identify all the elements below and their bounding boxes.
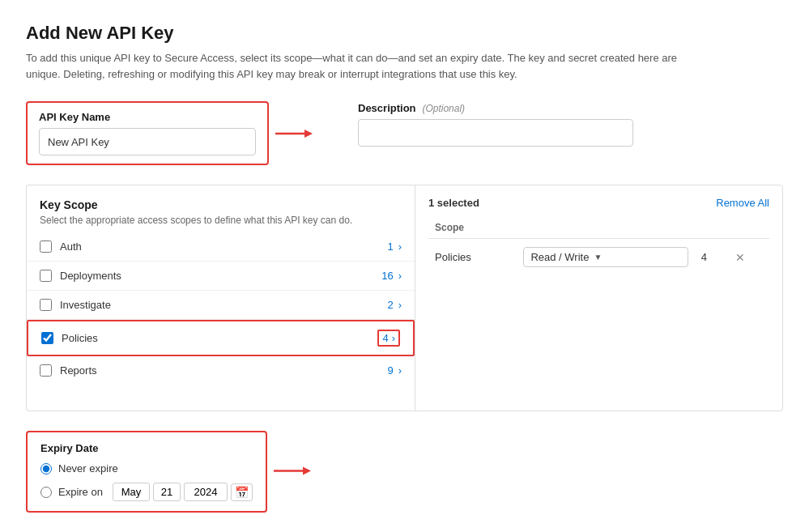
remove-all-link[interactable]: Remove All — [716, 197, 769, 209]
expiry-title: Expiry Date — [40, 442, 253, 454]
date-inputs: 📅 — [113, 483, 253, 501]
scope-count-reports: 9 — [387, 364, 393, 377]
policies-count-box: 4 › — [377, 330, 400, 347]
expiry-never-option[interactable]: Never expire — [40, 462, 253, 475]
date-month-input[interactable] — [113, 483, 150, 501]
expiry-arrow — [274, 463, 311, 480]
api-key-name-label: API Key Name — [39, 111, 256, 123]
selected-table: Scope Policies Read / Write ▼ — [428, 217, 769, 275]
calendar-icon[interactable]: 📅 — [231, 483, 253, 501]
scope-item-policies[interactable]: Policies 4 › — [27, 320, 415, 356]
selected-col-actions — [729, 217, 769, 239]
remove-row-button[interactable]: ✕ — [735, 251, 745, 264]
scope-title: Key Scope — [40, 198, 402, 211]
scope-chevron-deployments[interactable]: › — [398, 270, 402, 282]
svg-marker-1 — [304, 130, 313, 138]
page-description: To add this unique API key to Secure Acc… — [26, 50, 690, 82]
api-key-arrow — [275, 126, 313, 141]
date-day-input[interactable] — [153, 483, 181, 501]
scope-checkbox-investigate[interactable] — [40, 299, 52, 311]
scope-item-investigate[interactable]: Investigate 2 › — [27, 291, 415, 320]
scope-item-deployments[interactable]: Deployments 16 › — [27, 262, 415, 291]
scope-chevron-policies[interactable]: › — [392, 332, 395, 344]
scope-checkbox-policies[interactable] — [41, 332, 53, 344]
scope-item-reports[interactable]: Reports 9 › — [27, 356, 415, 385]
scope-chevron-auth[interactable]: › — [398, 240, 402, 253]
scope-name-auth: Auth — [60, 240, 387, 253]
permission-dropdown[interactable]: Read / Write ▼ — [523, 247, 688, 267]
expiry-date-option[interactable]: Expire on 📅 — [40, 483, 253, 501]
scope-subtitle: Select the appropriate access scopes to … — [40, 215, 402, 226]
optional-label: (Optional) — [422, 103, 465, 114]
scope-name-policies: Policies — [62, 332, 377, 344]
scope-checkbox-deployments[interactable] — [40, 270, 52, 282]
selected-row-policies: Policies Read / Write ▼ 4 ✕ — [428, 239, 769, 276]
chevron-down-icon: ▼ — [594, 253, 602, 262]
scope-checkbox-auth[interactable] — [40, 240, 52, 253]
expiry-never-label: Never expire — [58, 462, 118, 475]
selected-row-remove[interactable]: ✕ — [729, 239, 769, 276]
scope-name-investigate: Investigate — [60, 299, 387, 311]
scope-item-auth[interactable]: Auth 1 › — [27, 232, 415, 262]
scope-name-reports: Reports — [60, 364, 387, 377]
page-title: Add New API Key — [26, 23, 783, 44]
description-label: Description (Optional) — [358, 101, 633, 114]
scope-chevron-reports[interactable]: › — [398, 364, 402, 377]
selected-count: 1 selected — [428, 197, 479, 209]
selected-col-count — [695, 217, 729, 239]
permission-value: Read / Write — [530, 251, 589, 263]
scope-chevron-investigate[interactable]: › — [398, 299, 402, 311]
scope-name-deployments: Deployments — [60, 270, 381, 282]
selected-col-permission — [517, 217, 694, 239]
description-input[interactable] — [358, 119, 633, 147]
scope-checkbox-reports[interactable] — [40, 364, 52, 377]
svg-marker-7 — [303, 466, 311, 475]
scope-count-deployments: 16 — [381, 270, 393, 282]
selected-row-scope-name: Policies — [428, 239, 517, 276]
expiry-date-radio[interactable] — [40, 487, 52, 498]
scope-count-investigate: 2 — [387, 299, 393, 311]
expiry-never-radio[interactable] — [40, 463, 52, 475]
selected-row-permission: Read / Write ▼ — [517, 239, 694, 276]
selected-row-count: 4 — [695, 239, 729, 276]
expiry-date-label: Expire on — [58, 486, 103, 498]
scope-count-auth: 1 — [387, 240, 393, 253]
selected-col-scope: Scope — [428, 217, 517, 239]
api-key-name-input[interactable] — [39, 128, 256, 155]
date-year-input[interactable] — [184, 483, 228, 501]
scope-count-policies: 4 — [382, 332, 388, 344]
